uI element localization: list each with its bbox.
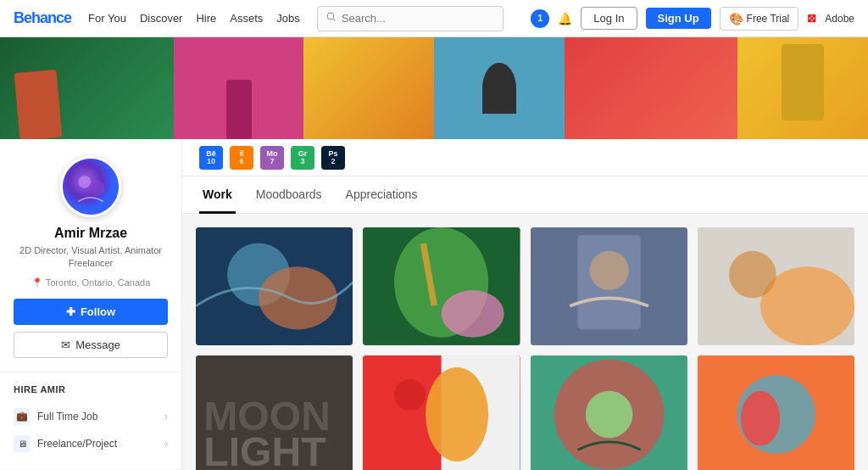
portfolio-item-7[interactable] — [531, 355, 687, 470]
full-time-icon: 💼 — [14, 408, 31, 425]
svg-point-29 — [585, 391, 632, 439]
message-button[interactable]: ✉ Message — [14, 332, 168, 358]
profile-title: 2D Director, Visual Artist, Animator Fre… — [14, 244, 168, 271]
portfolio-item-4[interactable] — [698, 227, 854, 345]
tools-list: Bē 10 il 6 Mo 7 Gr 3 Ps 2 — [199, 146, 345, 170]
tab-work[interactable]: Work — [199, 176, 236, 214]
profile-banner — [0, 37, 868, 139]
svg-line-1 — [333, 19, 336, 21]
adobe-label: Adobe — [825, 13, 854, 25]
main-container: Amir Mrzae 2D Director, Visual Artist, A… — [0, 139, 868, 470]
freelance-item[interactable]: 🖥 Freelance/Project › — [14, 430, 168, 457]
portfolio-item-1[interactable] — [196, 227, 353, 345]
nav-links: For You Discover Hire Assets Jobs — [88, 12, 300, 25]
follow-button[interactable]: ✚ Follow — [14, 299, 168, 325]
nav-jobs[interactable]: Jobs — [276, 12, 299, 25]
login-button[interactable]: Log In — [581, 7, 637, 30]
svg-point-3 — [78, 176, 91, 188]
bell-icon[interactable]: 🔔 — [558, 12, 572, 25]
nav-discover[interactable]: Discover — [140, 12, 183, 25]
portfolio-item-6[interactable] — [363, 355, 520, 470]
message-icon: ✉ — [61, 339, 70, 351]
tool-photoshop[interactable]: Ps 2 — [321, 146, 345, 170]
tabs-bar: Work Moodboards Appreciations — [182, 176, 868, 214]
search-icon — [326, 12, 337, 25]
freelance-icon: 🖥 — [14, 435, 31, 452]
full-time-job-item[interactable]: 💼 Full Time Job › — [14, 403, 168, 430]
svg-rect-22 — [196, 355, 353, 470]
svg-point-18 — [729, 251, 776, 299]
banner-image — [0, 37, 868, 139]
svg-point-10 — [442, 290, 504, 338]
tab-appreciations[interactable]: Appreciations — [342, 176, 421, 214]
adobe-cc-icon: 🎨 — [729, 12, 743, 25]
nav-assets[interactable]: Assets — [230, 12, 263, 25]
tools-bar: Bē 10 il 6 Mo 7 Gr 3 Ps 2 — [182, 139, 868, 176]
portfolio-grid: MOON LIGHT — [182, 214, 868, 470]
portfolio-item-3[interactable] — [531, 227, 687, 345]
avatar — [60, 156, 121, 217]
nav-for-you[interactable]: For You — [88, 12, 126, 25]
behance-logo[interactable]: Behance — [14, 9, 71, 27]
portfolio-item-5[interactable]: MOON LIGHT — [196, 355, 353, 470]
profile-section: Amir Mrzae 2D Director, Visual Artist, A… — [0, 139, 181, 372]
signup-button[interactable]: Sign Up — [646, 8, 711, 29]
tab-moodboards[interactable]: Moodboards — [253, 176, 326, 214]
location-pin-icon: 📍 — [31, 277, 43, 288]
svg-point-33 — [741, 391, 780, 446]
chevron-right-icon: › — [164, 411, 168, 422]
navbar: Behance For You Discover Hire Assets Job… — [0, 0, 868, 37]
hire-title: Hire Amir — [14, 384, 168, 394]
profile-name: Amir Mrzae — [54, 226, 127, 241]
svg-point-0 — [327, 13, 334, 20]
navbar-right: 1 🔔 Log In Sign Up 🎨 Free Trial ⊠ Adobe — [531, 7, 854, 31]
svg-point-25 — [426, 367, 488, 462]
adobe-logo-icon: ⊠ — [807, 12, 816, 25]
hire-section: Hire Amir 💼 Full Time Job › 🖥 Freelance/… — [0, 372, 181, 470]
tool-grapher[interactable]: Gr 3 — [291, 146, 314, 170]
svg-point-14 — [589, 251, 628, 290]
tool-illustrator[interactable]: il 6 — [230, 146, 253, 170]
tool-behance[interactable]: Bē 10 — [199, 146, 223, 170]
tool-motion[interactable]: Mo 7 — [260, 146, 284, 170]
portfolio-item-8[interactable] — [698, 355, 854, 470]
portfolio-item-2[interactable] — [363, 227, 520, 345]
plus-icon: ✚ — [66, 305, 75, 318]
content-area: Bē 10 il 6 Mo 7 Gr 3 Ps 2 — [182, 139, 868, 470]
svg-point-26 — [394, 379, 426, 411]
sidebar: Amir Mrzae 2D Director, Visual Artist, A… — [0, 139, 182, 470]
svg-point-4 — [89, 181, 104, 196]
nav-hire[interactable]: Hire — [196, 12, 216, 25]
free-trial-label: Free Trial — [747, 13, 790, 25]
search-bar — [317, 6, 504, 31]
free-trial-button[interactable]: 🎨 Free Trial — [720, 7, 799, 31]
search-input[interactable] — [342, 12, 494, 25]
svg-point-7 — [259, 266, 337, 329]
chevron-right-icon-2: › — [164, 438, 168, 450]
notification-badge[interactable]: 1 — [531, 9, 549, 28]
profile-location: 📍 Toronto, Ontario, Canada — [31, 277, 151, 288]
